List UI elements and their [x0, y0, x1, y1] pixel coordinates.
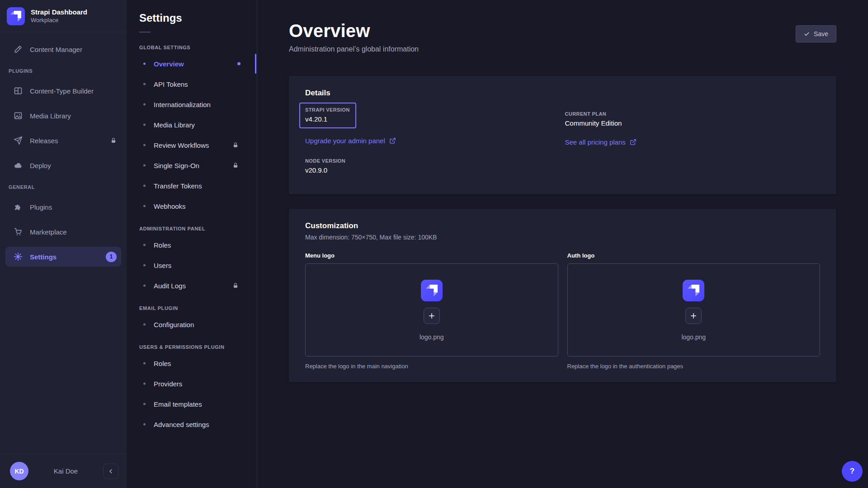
strapi-version-value: v4.20.1 [305, 115, 350, 123]
subnav-item-audit-logs[interactable]: Audit Logs [127, 278, 257, 293]
upgrade-link-label: Upgrade your admin panel [305, 137, 385, 145]
sidebar-item-content-type-builder[interactable]: Content-Type Builder [5, 81, 121, 101]
sidebar-item-releases[interactable]: Releases [5, 131, 121, 150]
bullet-icon [143, 83, 146, 85]
subnav-item-label: Advanced settings [154, 421, 209, 428]
bullet-icon [143, 164, 146, 167]
subnav-item-advanced-settings[interactable]: Advanced settings [127, 417, 257, 432]
subnav-item-internationalization[interactable]: Internationalization [127, 97, 257, 112]
cloud-icon [14, 161, 23, 170]
subnav-title-divider [139, 32, 151, 33]
puzzle-icon [14, 202, 23, 211]
sidebar-item-content-manager[interactable]: Content Manager [5, 39, 121, 59]
sidebar-item-deploy[interactable]: Deploy [5, 155, 121, 175]
active-dot-icon [237, 62, 241, 66]
bullet-icon [143, 144, 146, 146]
subnav-item-roles-admin[interactable]: Roles [127, 237, 257, 253]
plus-icon [428, 312, 436, 320]
subnav-item-label: Media Library [154, 121, 195, 129]
lock-icon [110, 137, 117, 144]
strapi-logo-icon [7, 7, 25, 25]
menu-logo-label: Menu logo [305, 252, 558, 259]
sidebar-item-plugins[interactable]: Plugins [5, 197, 121, 217]
menu-logo-field: Menu logo logo.png [305, 252, 558, 370]
details-card-title: Details [305, 89, 820, 98]
bullet-icon [143, 324, 146, 326]
pricing-link-label: See all pricing plans [565, 138, 626, 146]
subnav-item-label: Internationalization [154, 101, 211, 108]
auth-logo-filename: logo.png [681, 333, 706, 341]
collapse-sidebar-button[interactable] [103, 464, 118, 479]
auth-logo-upload-box: logo.png [567, 263, 821, 357]
subnav-item-label: Providers [154, 380, 182, 388]
upgrade-admin-panel-link[interactable]: Upgrade your admin panel [305, 137, 396, 145]
subnav-item-label: Configuration [154, 321, 194, 328]
subnav-item-providers[interactable]: Providers [127, 376, 257, 391]
sidebar-section-plugins: PLUGINS [9, 68, 121, 74]
subnav-section-global-settings: GLOBAL SETTINGS [139, 45, 257, 50]
subnav-item-overview[interactable]: Overview [127, 56, 257, 71]
subnav-item-users[interactable]: Users [127, 258, 257, 273]
sidebar-item-marketplace[interactable]: Marketplace [5, 222, 121, 242]
customization-constraints: Max dimension: 750×750, Max file size: 1… [305, 234, 820, 241]
external-link-icon [389, 137, 396, 144]
current-plan-label: CURRENT PLAN [565, 111, 821, 117]
bullet-icon [143, 244, 146, 246]
sidebar-item-label: Plugins [30, 203, 52, 211]
strapi-version-highlight: STRAPI VERSION v4.20.1 [299, 103, 356, 128]
subnav-item-single-sign-on[interactable]: Single Sign-On [127, 158, 257, 173]
subnav-section-users-permissions-plugin: USERS & PERMISSIONS PLUGIN [139, 344, 257, 350]
subnav-item-label: API Tokens [154, 80, 188, 88]
subnav-section-administration-panel: ADMINISTRATION PANEL [139, 226, 257, 231]
subnav-item-label: Roles [154, 241, 171, 249]
sidebar-item-label: Deploy [30, 162, 51, 169]
auth-logo-add-button[interactable] [685, 308, 702, 324]
details-left-column: STRAPI VERSION v4.20.1 Upgrade your admi… [305, 107, 561, 174]
sidebar-item-settings[interactable]: Settings 1 [5, 247, 121, 267]
subnav-item-label: Users [154, 262, 171, 269]
user-name: Kai Doe [28, 467, 103, 475]
subnav-item-email-templates[interactable]: Email templates [127, 396, 257, 412]
help-button[interactable]: ? [842, 461, 863, 482]
workspace-subtitle: Workplace [31, 17, 87, 24]
workspace-title: Strapi Dashboard [31, 8, 87, 17]
subnav-item-label: Overview [154, 60, 184, 68]
sidebar-item-label: Marketplace [30, 228, 67, 236]
sidebar-user-footer: KD Kai Doe [0, 454, 127, 488]
pricing-plans-link[interactable]: See all pricing plans [565, 138, 637, 146]
save-button-label: Save [814, 30, 828, 38]
sidebar-item-label: Content Manager [30, 46, 82, 53]
plus-icon [689, 312, 698, 320]
page-title: Overview [289, 21, 419, 41]
sidebar-section-general: GENERAL [9, 184, 121, 190]
subnav-item-transfer-tokens[interactable]: Transfer Tokens [127, 178, 257, 193]
main-content: Overview Administration panel’s global i… [257, 0, 868, 488]
bullet-icon [143, 124, 146, 126]
subnav-item-label: Webhooks [154, 202, 186, 210]
bullet-icon [143, 423, 146, 426]
save-button[interactable]: Save [796, 25, 836, 42]
page-subtitle: Administration panel’s global informatio… [289, 45, 419, 53]
subnav-item-review-workflows[interactable]: Review Workflows [127, 137, 257, 153]
subnav-item-media-library[interactable]: Media Library [127, 117, 257, 132]
bullet-icon [143, 63, 146, 65]
menu-logo-preview-icon [421, 280, 443, 301]
auth-logo-preview-icon [683, 280, 704, 301]
subnav-item-api-tokens[interactable]: API Tokens [127, 76, 257, 92]
menu-logo-add-button[interactable] [424, 308, 440, 324]
subnav-section-email-plugin: EMAIL PLUGIN [139, 305, 257, 311]
sidebar-nav: Content Manager PLUGINS Content-Type Bui… [0, 32, 127, 454]
main-sidebar: Strapi Dashboard Workplace Content Manag… [0, 0, 127, 488]
sidebar-item-media-library[interactable]: Media Library [5, 106, 121, 126]
customization-card: Customization Max dimension: 750×750, Ma… [289, 209, 836, 382]
paper-plane-icon [14, 136, 23, 145]
menu-logo-upload-box: logo.png [305, 263, 558, 357]
subnav-item-roles-up[interactable]: Roles [127, 356, 257, 371]
settings-subnav: Settings GLOBAL SETTINGS Overview API To… [127, 0, 257, 488]
lock-icon [232, 282, 239, 289]
subnav-item-label: Audit Logs [154, 282, 186, 290]
auth-logo-field: Auth logo logo.png [567, 252, 821, 370]
subnav-item-webhooks[interactable]: Webhooks [127, 198, 257, 214]
layout-grid-icon [14, 86, 23, 95]
subnav-item-configuration[interactable]: Configuration [127, 317, 257, 332]
